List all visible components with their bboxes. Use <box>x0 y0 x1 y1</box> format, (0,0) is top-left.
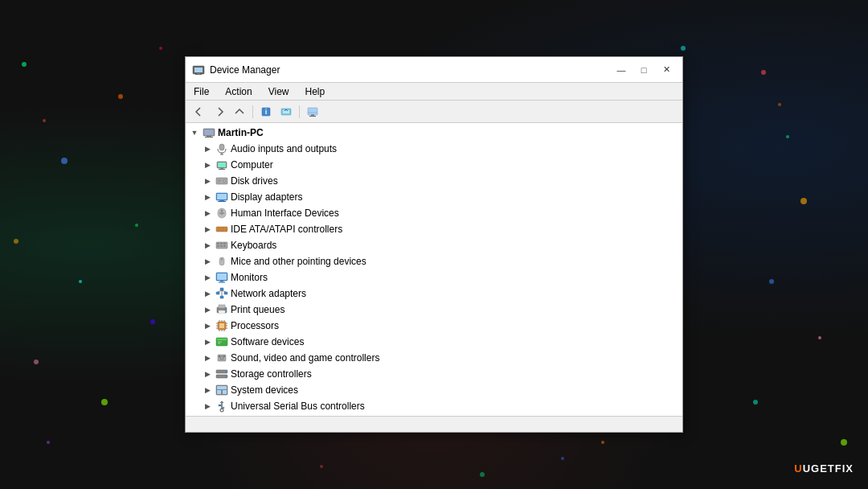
svg-rect-121 <box>217 390 221 394</box>
svg-rect-83 <box>224 292 227 294</box>
icon-print <box>215 303 228 316</box>
svg-rect-55 <box>219 200 224 201</box>
svg-rect-68 <box>217 243 219 244</box>
svg-rect-93 <box>219 323 224 328</box>
svg-rect-72 <box>220 245 223 247</box>
svg-point-112 <box>221 357 223 359</box>
icon-disk <box>215 175 228 187</box>
tree-item-network[interactable]: ▶ Network adapters <box>186 286 682 302</box>
tree-item-hid[interactable]: ▶ Human Interface Devices <box>186 205 682 221</box>
properties-button[interactable]: i <box>257 103 275 121</box>
svg-rect-69 <box>220 243 223 244</box>
icon-sound <box>215 351 228 364</box>
expand-software: ▶ <box>202 336 213 347</box>
tree-item-ide[interactable]: ▶ IDE ATA/ATAPI controllers <box>186 221 682 237</box>
tree-item-mouse[interactable]: ▶ Mice and other pointing devices <box>186 253 682 269</box>
update-driver-button[interactable] <box>277 103 295 121</box>
menu-action[interactable]: Action <box>222 85 255 98</box>
svg-rect-36 <box>309 116 316 117</box>
expand-audio: ▶ <box>202 143 213 154</box>
svg-rect-82 <box>216 292 219 294</box>
close-button[interactable]: ✕ <box>657 62 676 78</box>
tree-item-processor[interactable]: ▶ Proces <box>186 318 682 334</box>
svg-point-113 <box>219 355 220 357</box>
expand-mouse: ▶ <box>202 256 213 267</box>
icon-monitor <box>215 271 228 284</box>
svg-rect-73 <box>223 245 226 247</box>
svg-rect-71 <box>217 245 219 247</box>
svg-rect-89 <box>219 305 225 308</box>
scan-icon <box>307 106 318 117</box>
label-software: Software devices <box>231 336 304 347</box>
expand-disk: ▶ <box>202 175 213 187</box>
icon-usb <box>215 400 228 413</box>
svg-rect-41 <box>219 144 224 150</box>
svg-rect-39 <box>207 136 211 137</box>
minimize-button[interactable]: — <box>612 62 631 78</box>
root-label: Martin-PC <box>218 127 264 138</box>
expand-sound: ▶ <box>202 352 213 364</box>
icon-processor <box>215 319 228 332</box>
svg-point-50 <box>223 180 225 182</box>
svg-line-86 <box>222 290 226 292</box>
svg-rect-84 <box>220 296 223 298</box>
svg-rect-78 <box>217 273 227 280</box>
back-button[interactable] <box>190 103 208 121</box>
svg-point-118 <box>225 376 227 377</box>
tree-item-sound[interactable]: ▶ Sound, video and game controllers <box>186 350 682 366</box>
scan-button[interactable] <box>304 103 321 121</box>
icon-audio <box>215 142 228 155</box>
tree-item-software[interactable]: ▶ Software devices <box>186 334 682 350</box>
svg-rect-47 <box>219 169 225 170</box>
label-ide: IDE ATA/ATAPI controllers <box>231 224 342 235</box>
properties-icon: i <box>260 106 272 117</box>
svg-rect-38 <box>204 129 214 135</box>
tree-item-usb[interactable]: ▶ Universal Serial Bus controllers <box>186 398 682 414</box>
expand-storage: ▶ <box>202 368 213 380</box>
watermark-highlight: U <box>794 462 802 475</box>
svg-point-114 <box>223 355 225 357</box>
maximize-button[interactable]: □ <box>634 62 653 78</box>
icon-display <box>215 191 228 203</box>
back-icon <box>194 106 205 117</box>
svg-rect-80 <box>219 282 225 283</box>
tree-item-keyboard[interactable]: ▶ Keyboards <box>186 237 682 253</box>
svg-rect-125 <box>223 407 224 409</box>
svg-rect-70 <box>223 243 226 244</box>
svg-rect-45 <box>218 162 226 167</box>
window-icon <box>192 64 205 76</box>
svg-rect-122 <box>223 390 227 394</box>
expand-processor: ▶ <box>202 320 213 331</box>
tree-area[interactable]: ▼ Martin-PC ▶ <box>186 123 682 416</box>
menu-view[interactable]: View <box>265 85 293 98</box>
tree-item-disk[interactable]: ▶ Disk drives <box>186 173 682 189</box>
label-processor: Processors <box>231 320 279 331</box>
icon-network <box>215 287 228 300</box>
label-display: Display adapters <box>231 191 302 203</box>
tree-item-audio[interactable]: ▶ Audio inputs and outputs <box>186 141 682 157</box>
title-bar-buttons: — □ ✕ <box>612 62 676 78</box>
expand-hid: ▶ <box>202 208 213 219</box>
svg-line-85 <box>218 290 222 292</box>
expand-display: ▶ <box>202 191 213 203</box>
status-bar <box>186 416 682 432</box>
expand-ide: ▶ <box>202 224 213 235</box>
forward-button[interactable] <box>211 103 228 121</box>
tree-item-display[interactable]: ▶ Display adapters <box>186 189 682 205</box>
svg-point-117 <box>225 371 227 372</box>
label-usb: Universal Serial Bus controllers <box>231 401 365 412</box>
svg-rect-33 <box>308 108 317 115</box>
svg-rect-120 <box>217 386 227 389</box>
tree-item-storage[interactable]: ▶ Storage controllers <box>186 366 682 382</box>
device-manager-window: Device Manager — □ ✕ File Action View He… <box>185 56 683 433</box>
title-bar: Device Manager — □ ✕ <box>186 57 682 83</box>
up-button[interactable] <box>231 103 248 121</box>
tree-item-computer[interactable]: ▶ Computer <box>186 157 682 173</box>
tree-item-print[interactable]: ▶ Print queues <box>186 302 682 318</box>
root-item[interactable]: ▼ Martin-PC <box>186 125 682 141</box>
tree-item-monitor[interactable]: ▶ Monitors <box>186 269 682 286</box>
menu-help[interactable]: Help <box>302 85 329 98</box>
svg-point-60 <box>223 212 224 214</box>
tree-item-system[interactable]: ▶ System devices <box>186 382 682 398</box>
menu-file[interactable]: File <box>190 85 212 98</box>
